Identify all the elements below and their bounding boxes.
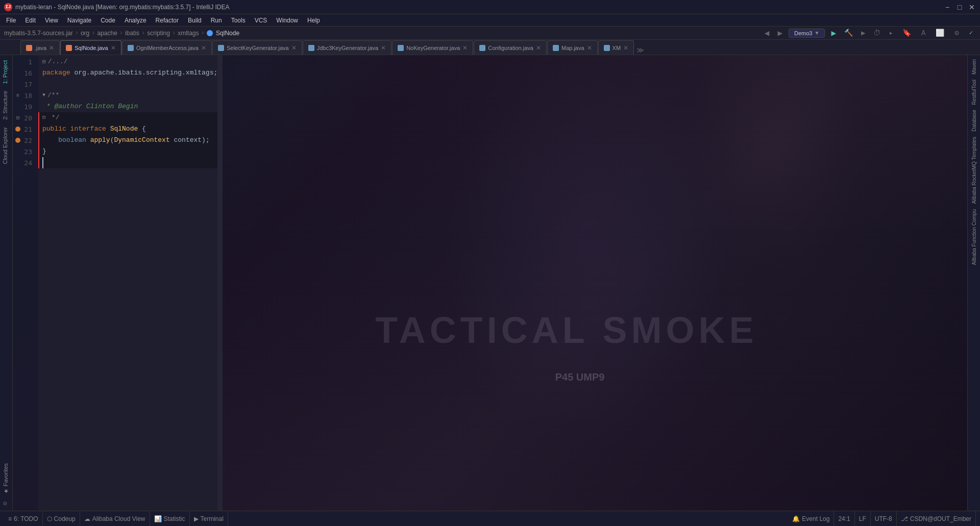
menu-edit[interactable]: Edit [21,16,40,25]
dropdown-icon: ▼ [815,30,820,36]
menu-vcs[interactable]: VCS [251,16,272,25]
status-alibaba-view[interactable]: ☁ Alibaba Cloud View [80,511,150,527]
status-position[interactable]: 24:1 [834,511,854,527]
fold-indicator-1[interactable]: ⊟ [42,56,46,67]
build-icon[interactable]: 🔨 [844,29,853,37]
tab-close-icon[interactable]: ✕ [49,44,54,52]
gutter-24 [13,157,23,168]
breakpoint-22[interactable] [15,138,20,143]
run-config-button[interactable]: Demo3 ▼ [789,29,825,38]
panel-alibaba-function[interactable]: Alibaba Function Compu [971,207,977,267]
panel-cloud-explorer[interactable]: Cloud Explorer [0,124,12,167]
fold-icon-inline-20[interactable]: ⊟ [42,112,45,123]
profile-icon[interactable]: ⏱ [873,29,880,37]
nav-forward-icon[interactable]: ▶ [777,28,782,38]
todo-icon: ≡ [8,515,12,522]
editor-scrollbar[interactable] [217,55,223,511]
breadcrumb-ibatis[interactable]: ibatis [125,30,139,37]
panel-favorites[interactable]: ★ Favorites [0,460,12,497]
panel-alibaba-rocketmq[interactable]: Alibaba RocketMQ Templates [971,135,977,206]
panel-restfultool[interactable]: RestfulTool [971,78,977,107]
layout-icon[interactable]: ⬜ [936,29,944,37]
more-run-icon[interactable]: ▸ [889,29,893,37]
tab-close-icon[interactable]: ✕ [536,44,541,52]
close-button[interactable]: ✕ [968,3,976,11]
menu-run[interactable]: Run [207,16,226,25]
event-log-icon: 🔔 [792,515,800,522]
tab-ognlmemberaccess[interactable]: OgnlMemberAccess.java ✕ [122,40,212,55]
panel-database[interactable]: Database [971,108,977,134]
menu-window[interactable]: Window [272,16,302,25]
fold-icon-18[interactable]: ≡ [16,93,19,98]
panel-bottom-icon[interactable]: ⊙ [0,498,10,509]
breadcrumb-sqlnode[interactable]: SqlNode [207,30,239,37]
menu-help[interactable]: Help [303,16,324,25]
status-format[interactable]: UTF-8 [871,511,897,527]
nav-back-icon[interactable]: ◀ [765,28,770,38]
gutter-17 [13,79,23,90]
tab-java-first[interactable]: .java ✕ [20,40,60,55]
minimize-button[interactable]: − [943,3,951,11]
menu-code[interactable]: Code [96,16,119,25]
tab-sqlnode[interactable]: SqlNode.java ✕ [60,40,121,55]
maximize-button[interactable]: □ [955,3,964,11]
tab-configuration[interactable]: Configuration.java ✕ [474,40,547,55]
statistic-icon: 📊 [154,515,162,522]
breadcrumb-apache[interactable]: apache [97,30,117,37]
tab-close-icon[interactable]: ✕ [381,44,386,52]
status-terminal[interactable]: ▶ Terminal [190,511,228,527]
menu-tools[interactable]: Tools [227,16,250,25]
code-line-1: ⊟ /.../ [38,56,217,67]
window-controls: − □ ✕ [943,3,976,11]
fold-icon-20[interactable]: ⊟ [16,115,19,121]
tab-nokeygenerator[interactable]: NoKeyGenerator.java ✕ [392,40,473,55]
panel-project[interactable]: 1: Project [0,57,12,87]
status-codeup[interactable]: ⬡ Codeup [43,511,80,527]
menu-refactor[interactable]: Refactor [152,16,183,25]
tab-close-icon[interactable]: ✕ [623,44,628,52]
semicolon-16: ; [213,67,217,79]
codeup-icon: ⬡ [47,515,52,522]
tab-selectkeygenerator[interactable]: SelectKeyGenerator.java ✕ [212,40,302,55]
tab-close-icon[interactable]: ✕ [462,44,468,52]
menu-navigate[interactable]: Navigate [63,16,95,25]
run-play-icon[interactable]: ▶ [831,28,836,38]
settings-icon[interactable]: ⚙ [954,29,959,37]
breadcrumb-org[interactable]: org [81,30,89,37]
gutter-20: ⊟ [13,112,23,123]
linenum-17: 17 [23,79,35,90]
translate-icon[interactable]: A [921,29,925,37]
fold-text-1: /.../ [48,56,68,67]
panel-maven[interactable]: Maven [971,57,977,77]
menu-view[interactable]: View [41,16,62,25]
status-git[interactable]: ⎇ CSDN@dOUT_Ember [897,511,976,527]
collapse-icon-18[interactable]: ▼ [42,90,45,101]
status-right: 🔔 Event Log 24:1 LF UTF-8 ⎇ CSDN@dOUT_Em… [788,511,976,527]
code-area[interactable]: ⊟ /.../ package org.apache.ibatis.script… [38,55,217,511]
breadcrumb-jar[interactable]: mybatis-3.5.7-sources.jar [4,30,73,37]
panel-structure[interactable]: 2: Structure [0,88,12,123]
breadcrumb-scripting[interactable]: scripting [147,30,170,37]
tab-mapjava[interactable]: Map.java ✕ [547,40,598,55]
tab-close-icon[interactable]: ✕ [291,44,297,52]
menu-file[interactable]: File [2,16,20,25]
status-encoding[interactable]: LF [855,511,871,527]
tab-close-sqlnode-icon[interactable]: ✕ [111,44,116,52]
bookmark-icon[interactable]: 🔖 [902,29,911,37]
menu-build[interactable]: Build [184,16,206,25]
gutter-16 [13,67,23,79]
tactical-smoke-text: TACTICAL SMOKE [375,309,757,351]
status-event-log[interactable]: 🔔 Event Log [788,511,834,527]
status-statistic[interactable]: 📊 Statistic [150,511,190,527]
tab-xm[interactable]: XM ✕ [598,40,634,55]
menu-analyze[interactable]: Analyze [120,16,151,25]
tab-close-icon[interactable]: ✕ [201,44,206,52]
tab-icon [308,45,314,51]
status-todo[interactable]: ≡ 6: TODO [4,511,43,527]
coverage-icon[interactable]: ▶ [861,29,865,37]
breadcrumb-xmltags[interactable]: xmltags [178,30,199,37]
breakpoint-21[interactable] [15,127,20,132]
tab-jdbc3keygenerator[interactable]: Jdbc3KeyGenerator.java ✕ [303,40,391,55]
tabs-overflow-icon[interactable]: ≫ [636,46,644,55]
tab-close-icon[interactable]: ✕ [587,44,592,52]
